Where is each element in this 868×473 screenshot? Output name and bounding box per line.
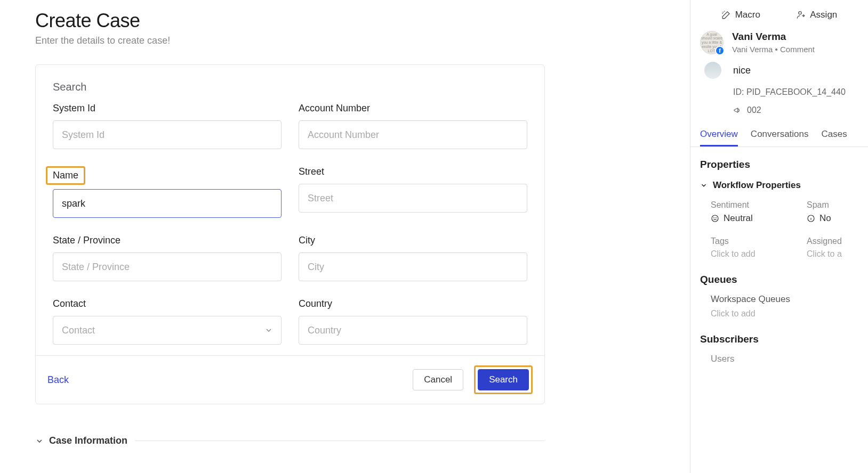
assigned-add[interactable]: Click to a [807, 249, 858, 259]
page-title: Create Case [35, 10, 655, 32]
svg-point-4 [716, 217, 717, 218]
svg-point-3 [714, 217, 714, 218]
profile-meta: Vani Verma • Comment [732, 45, 815, 54]
tags-label: Tags [711, 237, 807, 246]
name-label: Name [46, 166, 85, 185]
assigned-label: Assigned [807, 237, 858, 246]
street-label: Street [299, 166, 527, 177]
page-subtitle: Enter the details to create case! [35, 35, 655, 46]
subscribers-sub: Users [700, 354, 858, 364]
workflow-properties-toggle[interactable]: Workflow Properties [700, 180, 858, 191]
properties-title: Properties [700, 159, 858, 170]
svg-point-1 [712, 215, 718, 222]
comment-avatar [704, 62, 721, 79]
search-button[interactable]: Search [478, 369, 529, 390]
queues-add[interactable]: Click to add [700, 309, 858, 319]
wand-icon [721, 10, 731, 20]
street-input[interactable] [299, 184, 527, 213]
search-heading: Search [53, 81, 527, 93]
assign-button[interactable]: Assign [796, 10, 837, 20]
system-id-input[interactable] [53, 120, 282, 149]
assign-icon [796, 10, 806, 20]
contact-select[interactable] [53, 316, 282, 345]
search-button-highlight: Search [474, 365, 533, 394]
spam-label: Spam [807, 200, 858, 210]
country-label: Country [299, 298, 527, 309]
contact-label: Contact [53, 298, 282, 309]
country-input[interactable] [299, 316, 527, 345]
case-information-toggle[interactable]: Case Information [35, 435, 545, 446]
tab-conversations[interactable]: Conversations [751, 124, 809, 146]
name-input[interactable] [53, 189, 282, 218]
macro-button[interactable]: Macro [721, 10, 760, 20]
assign-label: Assign [810, 10, 837, 20]
facebook-badge-icon: f [715, 46, 725, 55]
city-label: City [299, 235, 527, 246]
chevron-down-icon [35, 437, 44, 445]
megaphone-icon [733, 106, 742, 115]
tab-cases[interactable]: Cases [822, 124, 847, 146]
spam-value[interactable]: No [807, 213, 858, 224]
cancel-button[interactable]: Cancel [413, 369, 463, 390]
svg-point-0 [799, 12, 801, 14]
search-panel: Search System Id Account Number Name Str… [35, 64, 545, 404]
divider [135, 441, 545, 441]
back-link[interactable]: Back [47, 374, 69, 386]
state-input[interactable] [53, 252, 282, 281]
workflow-properties-title: Workflow Properties [713, 180, 801, 191]
state-label: State / Province [53, 235, 282, 246]
macro-label: Macro [735, 10, 760, 20]
account-number-input[interactable] [299, 120, 527, 149]
subscribers-title: Subscribers [700, 333, 858, 345]
system-id-label: System Id [53, 103, 282, 114]
account-number-label: Account Number [299, 103, 527, 114]
city-input[interactable] [299, 252, 527, 281]
avatar: A goal should scare you a little & excit… [700, 31, 724, 54]
chevron-down-icon [700, 182, 708, 189]
tab-overview[interactable]: Overview [700, 124, 738, 146]
comment-text: nice [733, 65, 751, 76]
sentiment-label: Sentiment [711, 200, 807, 210]
queues-title: Queues [700, 274, 858, 286]
queues-sub: Workspace Queues [700, 294, 858, 305]
profile-name: Vani Verma [732, 31, 815, 43]
sentiment-value[interactable]: Neutral [711, 213, 807, 224]
case-information-title: Case Information [49, 435, 127, 446]
tags-add[interactable]: Click to add [711, 249, 807, 259]
campaign-number: 002 [747, 105, 761, 115]
info-circle-icon [807, 214, 815, 223]
neutral-face-icon [711, 214, 719, 223]
profile-id: ID: PID_FACEBOOK_14_440 [690, 81, 868, 101]
sidebar: Macro Assign A goal should scare you a l… [690, 0, 868, 473]
